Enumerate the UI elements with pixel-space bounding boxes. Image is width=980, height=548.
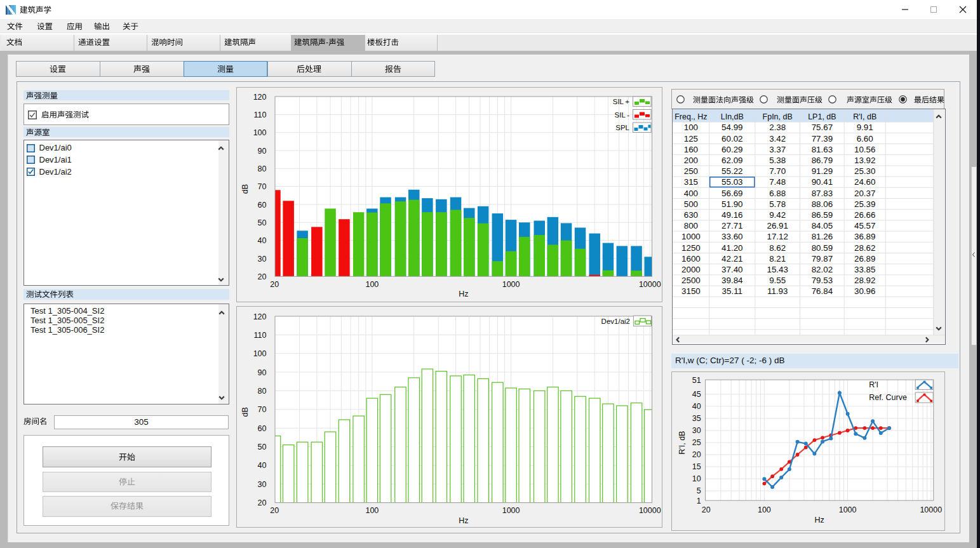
svg-text:76.84: 76.84 [811, 286, 833, 296]
svg-text:55.03: 55.03 [722, 177, 742, 187]
svg-text:LIn,dB: LIn,dB [721, 112, 744, 121]
svg-text:7.70: 7.70 [769, 166, 786, 176]
svg-text:Dev1/ai2: Dev1/ai2 [601, 317, 630, 325]
svg-text:26.66: 26.66 [854, 210, 875, 220]
svg-text:28.62: 28.62 [854, 243, 875, 253]
svg-text:400: 400 [684, 189, 698, 198]
svg-text:86.59: 86.59 [811, 210, 832, 220]
svg-text:SPL: SPL [615, 124, 629, 131]
svg-text:20: 20 [692, 450, 701, 459]
svg-text:91.29: 91.29 [811, 166, 832, 176]
svg-text:80.59: 80.59 [811, 243, 832, 253]
svg-text:45.57: 45.57 [854, 221, 875, 231]
svg-text:1: 1 [696, 497, 701, 505]
svg-text:15.43: 15.43 [767, 265, 788, 274]
svg-text:35: 35 [692, 414, 701, 423]
svg-text:36.89: 36.89 [854, 232, 875, 241]
svg-text:26.91: 26.91 [767, 221, 788, 231]
svg-text:81.63: 81.63 [811, 145, 832, 154]
svg-text:SIL +: SIL + [613, 98, 630, 105]
svg-text:26.89: 26.89 [854, 254, 875, 264]
svg-text:2000: 2000 [681, 265, 701, 274]
svg-text:10: 10 [692, 474, 701, 483]
svg-text:35.11: 35.11 [722, 286, 742, 296]
svg-text:9.42: 9.42 [769, 210, 786, 220]
svg-text:3.42: 3.42 [769, 134, 786, 144]
svg-text:33.60: 33.60 [722, 232, 742, 241]
svg-text:88.06: 88.06 [811, 199, 832, 209]
svg-text:51.90: 51.90 [722, 199, 742, 209]
svg-text:60.02: 60.02 [722, 134, 742, 144]
svg-text:28.92: 28.92 [854, 276, 875, 285]
svg-text:Hz: Hz [814, 516, 824, 525]
svg-text:60.29: 60.29 [722, 145, 742, 154]
svg-text:11.93: 11.93 [767, 286, 788, 296]
svg-text:315: 315 [684, 177, 698, 187]
svg-text:R'I: R'I [869, 380, 878, 389]
svg-text:6.88: 6.88 [769, 189, 786, 198]
svg-text:7.48: 7.48 [769, 177, 786, 187]
svg-text:54.99: 54.99 [722, 123, 742, 132]
svg-text:37.40: 37.40 [722, 265, 742, 274]
svg-text:250: 250 [684, 166, 698, 176]
svg-text:FpIn, dB: FpIn, dB [762, 112, 792, 121]
svg-text:8.62: 8.62 [769, 243, 786, 253]
svg-text:9.91: 9.91 [856, 123, 873, 132]
svg-text:30: 30 [692, 426, 701, 435]
svg-text:25: 25 [692, 438, 701, 447]
svg-text:800: 800 [684, 221, 698, 231]
svg-text:17.12: 17.12 [767, 232, 788, 241]
svg-text:24.60: 24.60 [854, 177, 875, 187]
svg-text:84.05: 84.05 [811, 221, 832, 231]
svg-text:630: 630 [684, 210, 698, 220]
svg-text:55.22: 55.22 [722, 166, 742, 176]
svg-text:160: 160 [684, 145, 698, 154]
svg-text:2.38: 2.38 [769, 123, 786, 132]
svg-text:3150: 3150 [681, 286, 701, 296]
svg-text:82.02: 82.02 [811, 265, 832, 274]
svg-text:10000: 10000 [920, 505, 942, 514]
svg-text:41.20: 41.20 [722, 243, 742, 253]
svg-text:5.38: 5.38 [769, 156, 786, 165]
svg-text:49.16: 49.16 [722, 210, 742, 220]
svg-text:8.21: 8.21 [769, 254, 786, 264]
svg-text:79.53: 79.53 [811, 276, 832, 285]
svg-text:42.21: 42.21 [722, 254, 742, 264]
svg-text:125: 125 [684, 134, 698, 144]
svg-text:1000: 1000 [839, 505, 857, 514]
svg-text:500: 500 [684, 199, 698, 209]
svg-text:R'I, dB: R'I, dB [677, 431, 686, 454]
svg-text:20.37: 20.37 [854, 189, 875, 198]
svg-text:62.09: 62.09 [722, 156, 742, 165]
svg-text:56.69: 56.69 [722, 189, 742, 198]
svg-text:20: 20 [702, 505, 711, 514]
svg-text:SIL -: SIL - [615, 111, 630, 119]
svg-text:45: 45 [692, 390, 701, 399]
svg-text:Ref. Curve: Ref. Curve [869, 393, 907, 402]
svg-text:1000: 1000 [681, 232, 701, 241]
svg-text:77.39: 77.39 [811, 134, 832, 144]
svg-text:40: 40 [692, 402, 701, 411]
svg-text:10.56: 10.56 [854, 145, 875, 154]
svg-text:51: 51 [692, 375, 701, 384]
svg-text:75.67: 75.67 [811, 123, 832, 132]
svg-text:LP1, dB: LP1, dB [808, 112, 836, 121]
svg-text:90.41: 90.41 [811, 177, 832, 187]
svg-text:39.84: 39.84 [722, 276, 743, 285]
svg-text:9.55: 9.55 [769, 276, 786, 285]
svg-text:79.87: 79.87 [811, 254, 832, 264]
svg-text:15: 15 [692, 462, 701, 471]
svg-text:200: 200 [684, 156, 698, 165]
svg-text:33.85: 33.85 [854, 265, 875, 274]
svg-text:1250: 1250 [681, 243, 701, 253]
svg-text:2500: 2500 [681, 276, 701, 285]
svg-text:5.78: 5.78 [769, 199, 786, 209]
svg-text:R'I, dB: R'I, dB [853, 112, 876, 121]
svg-text:87.83: 87.83 [811, 189, 832, 198]
svg-text:3.37: 3.37 [769, 145, 786, 154]
svg-text:27.71: 27.71 [722, 221, 742, 231]
svg-text:86.79: 86.79 [811, 156, 832, 165]
svg-text:13.92: 13.92 [854, 156, 875, 165]
svg-text:1600: 1600 [681, 254, 701, 264]
svg-text:81.26: 81.26 [811, 232, 832, 241]
